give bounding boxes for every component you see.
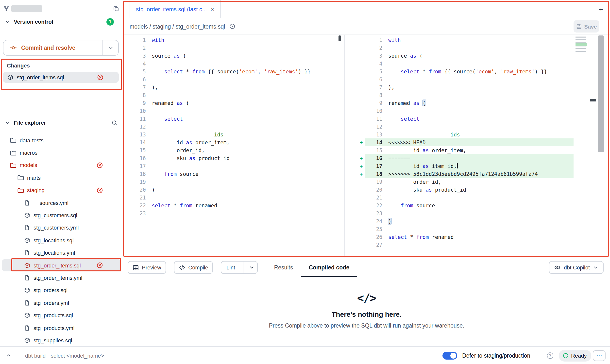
code-line[interactable]: 16 sku as product_id — [123, 154, 344, 162]
chevron-down-icon[interactable] — [5, 120, 10, 125]
code-line[interactable]: 11 select — [123, 115, 344, 123]
code-line[interactable]: 7), — [123, 83, 344, 91]
code-line[interactable]: +18>>>>>>> 58c1dd23d5eebd9cd2495fa7124ab… — [358, 170, 574, 178]
commit-options-button[interactable] — [103, 45, 118, 51]
code-line[interactable]: 25 — [358, 225, 574, 233]
dbt-command-text[interactable]: dbt build --select <model_name> — [25, 352, 104, 358]
code-line[interactable]: 15 order_id, — [123, 146, 344, 154]
code-line[interactable]: 18 from source — [123, 170, 344, 178]
code-line[interactable]: 6 — [358, 75, 574, 83]
compile-button[interactable]: Compile — [174, 261, 213, 274]
tree-item-stg-orders-yml[interactable]: stg_orders.yml — [0, 297, 123, 309]
editor-pane-right[interactable]: 1with23source as (45 select * from {{ so… — [358, 35, 574, 257]
code-line[interactable]: 8 — [358, 91, 574, 99]
code-line[interactable]: 20) — [123, 186, 344, 194]
dbt-copilot-button[interactable]: dbt Copilot — [549, 261, 604, 274]
code-line[interactable]: 27 — [358, 241, 574, 249]
code-line[interactable]: 1with — [358, 36, 574, 44]
code-line[interactable]: 7), — [358, 83, 574, 91]
search-icon[interactable] — [111, 119, 118, 126]
tree-item-stg-products-sql[interactable]: stg_products.sql — [0, 309, 123, 322]
code-line[interactable]: +17 id as item_id, — [358, 162, 574, 170]
code-line[interactable]: +14<<<<<<< HEAD — [358, 138, 574, 146]
code-line[interactable]: 12 — [123, 123, 344, 131]
tree-item-stg-customers-sql[interactable]: stg_customers.sql — [0, 209, 123, 222]
tree-item-stg-supplies-sql[interactable]: stg_supplies.sql — [0, 334, 123, 347]
defer-toggle[interactable] — [442, 351, 457, 359]
code-line[interactable]: 9renamed as ( — [123, 99, 344, 107]
tree-item-stg-products-yml[interactable]: stg_products.yml — [0, 322, 123, 334]
new-tab-button[interactable]: + — [599, 5, 603, 13]
code-line[interactable]: 17 — [123, 162, 344, 170]
code-line[interactable]: +16======= — [358, 154, 574, 162]
code-line[interactable]: 19 order_id, — [358, 178, 574, 186]
discard-icon[interactable] — [97, 162, 103, 168]
code-line[interactable]: 12 — [358, 123, 574, 131]
close-tab-icon[interactable]: × — [211, 6, 214, 12]
code-line[interactable]: 5 select * from {{ source('ecom', 'raw_i… — [123, 67, 344, 75]
commit-and-resolve-button[interactable]: Commit and resolve — [3, 40, 119, 56]
code-line[interactable]: 19 — [123, 178, 344, 186]
code-line[interactable]: 11 select — [358, 115, 574, 123]
code-line[interactable]: 23 — [358, 209, 574, 217]
code-line[interactable]: 6 — [123, 75, 344, 83]
file-explorer-section-header[interactable]: File explorer — [0, 117, 123, 128]
scrollbar-thumb[interactable] — [598, 35, 604, 152]
code-line[interactable]: 10 — [123, 107, 344, 115]
discard-icon[interactable] — [97, 74, 103, 81]
version-control-section-header[interactable]: Version control 1 — [0, 17, 123, 27]
code-line[interactable]: 14 id as order_item, — [123, 138, 344, 146]
code-line[interactable]: 22 from source — [358, 201, 574, 209]
tree-item-stg-locations-yml[interactable]: stg_locations.yml — [0, 247, 123, 259]
save-button[interactable]: Save — [574, 20, 599, 33]
expand-command-bar-icon[interactable] — [5, 352, 12, 359]
discard-icon[interactable] — [97, 187, 103, 194]
tree-item--sources-yml[interactable]: __sources.yml — [0, 197, 123, 209]
tab-compiled-code[interactable]: Compiled code — [301, 258, 357, 277]
code-line[interactable]: 22select * from renamed — [123, 201, 344, 209]
code-line[interactable]: 4 — [358, 60, 574, 67]
code-line[interactable]: 8 — [123, 91, 344, 99]
tree-item-stg-order-items-sql[interactable]: stg_order_items.sql — [2, 259, 121, 272]
code-line[interactable]: 2 — [123, 44, 344, 52]
tab-results[interactable]: Results — [266, 258, 301, 277]
code-line[interactable]: 3source as ( — [123, 52, 344, 60]
code-line[interactable]: 13 ---------- ids — [123, 131, 344, 138]
copy-icon[interactable] — [113, 5, 119, 12]
code-line[interactable]: 13 ---------- ids — [358, 131, 574, 138]
code-line[interactable]: 24) — [358, 217, 574, 225]
tree-item-stg-customers-yml[interactable]: stg_customers.yml — [0, 221, 123, 234]
tree-item-macros[interactable]: macros — [0, 147, 123, 159]
code-line[interactable]: 26select * from renamed — [358, 233, 574, 241]
tree-item-stg-order-items-yml[interactable]: stg_order_items.yml — [0, 272, 123, 284]
code-line[interactable]: 21 — [358, 194, 574, 201]
tree-item-data-tests[interactable]: data-tests — [0, 134, 123, 147]
lint-button[interactable]: Lint — [221, 261, 258, 274]
code-line[interactable]: 5 select * from {{ source('ecom', 'raw_i… — [358, 67, 574, 75]
tree-item-stg-orders-sql[interactable]: stg_orders.sql — [0, 284, 123, 297]
code-line[interactable]: 10 — [358, 107, 574, 115]
code-line[interactable]: 23 — [123, 209, 344, 217]
code-line[interactable]: 4 — [123, 60, 344, 67]
minimap[interactable] — [576, 36, 588, 53]
tab-stg-order-items[interactable]: stg_order_items.sql (last c... × — [130, 0, 221, 18]
code-line[interactable]: 9renamed as ( — [358, 99, 574, 107]
left-pane-scrollbar-thumb[interactable] — [339, 35, 341, 41]
code-line[interactable]: 1with — [123, 36, 344, 44]
lint-options-button[interactable] — [246, 265, 257, 270]
editor-pane-left[interactable]: 1with23source as (45 select * from {{ so… — [123, 35, 345, 257]
preview-button[interactable]: Preview — [128, 261, 166, 274]
chevron-down-icon[interactable] — [5, 19, 10, 24]
help-icon[interactable]: ? — [547, 352, 553, 359]
changed-file-item[interactable]: stg_order_items.sql — [3, 72, 119, 83]
tree-item-staging[interactable]: staging — [0, 184, 123, 197]
tree-item-models[interactable]: models — [0, 159, 123, 172]
discard-icon[interactable] — [97, 262, 103, 268]
more-options-button[interactable]: ⋯ — [593, 350, 606, 361]
code-line[interactable]: 3source as ( — [358, 52, 574, 60]
code-line[interactable]: 21 — [123, 194, 344, 201]
code-line[interactable]: 15 id as order_item, — [358, 146, 574, 154]
tree-item-marts[interactable]: marts — [0, 171, 123, 184]
tree-item-stg-locations-sql[interactable]: stg_locations.sql — [0, 234, 123, 247]
code-line[interactable]: 2 — [358, 44, 574, 52]
